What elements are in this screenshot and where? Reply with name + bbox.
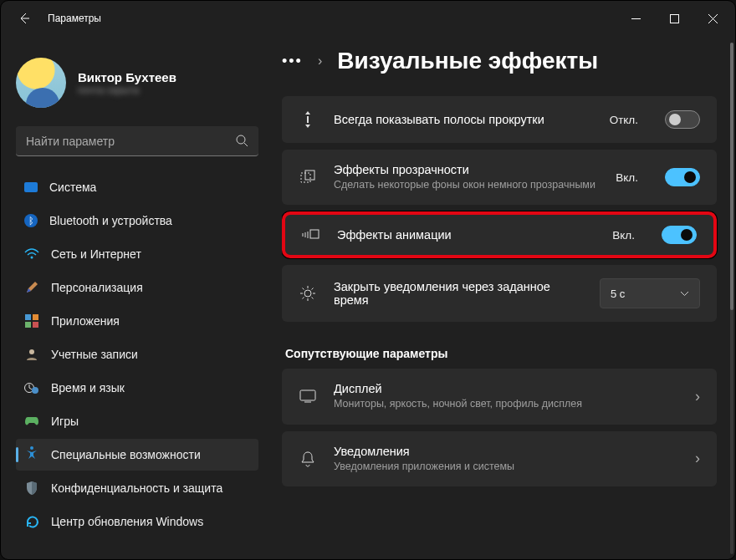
card-sub: Уведомления приложения и системы bbox=[334, 460, 678, 473]
svg-point-9 bbox=[32, 387, 38, 394]
card-sub: Мониторы, яркость, ночной свет, профиль … bbox=[334, 397, 678, 410]
breadcrumb: ••• › Визуальные эффекты bbox=[282, 48, 717, 74]
wifi-icon bbox=[24, 247, 39, 262]
related-heading: Сопутствующие параметры bbox=[285, 347, 717, 360]
card-display-link[interactable]: Дисплей Мониторы, яркость, ночной свет, … bbox=[282, 369, 717, 424]
nav-label: Bluetooth и устройства bbox=[49, 214, 172, 227]
svg-rect-6 bbox=[33, 322, 38, 328]
nav-label: Центр обновления Windows bbox=[51, 515, 203, 528]
search-box[interactable] bbox=[16, 126, 258, 156]
card-notifications-link[interactable]: Уведомления Уведомления приложения и сис… bbox=[282, 431, 717, 486]
settings-window: Параметры Виктор Бухтеев почта скрыта bbox=[0, 0, 736, 560]
card-title: Уведомления bbox=[334, 445, 678, 458]
nav-apps[interactable]: Приложения bbox=[16, 305, 258, 337]
titlebar: Параметры bbox=[1, 1, 735, 36]
minimize-button[interactable] bbox=[616, 5, 655, 32]
brush-icon bbox=[24, 280, 39, 295]
update-icon bbox=[24, 514, 39, 529]
main-content: ••• › Визуальные эффекты Всегда показыва… bbox=[282, 36, 735, 559]
card-title: Дисплей bbox=[334, 382, 678, 395]
svg-point-7 bbox=[29, 349, 34, 354]
nav-label: Время и язык bbox=[51, 381, 125, 395]
avatar bbox=[16, 58, 66, 108]
nav-privacy[interactable]: Конфиденциальность и защита bbox=[16, 472, 258, 504]
display-icon bbox=[299, 389, 317, 403]
nav-label: Игры bbox=[51, 415, 79, 428]
timeout-dropdown[interactable]: 5 с bbox=[600, 278, 700, 308]
page-title: Визуальные эффекты bbox=[337, 48, 598, 74]
svg-point-2 bbox=[31, 257, 33, 259]
toggle-state: Откл. bbox=[610, 114, 638, 126]
accessibility-icon bbox=[24, 445, 39, 461]
back-button[interactable] bbox=[13, 7, 36, 30]
person-icon bbox=[24, 347, 39, 362]
card-title: Всегда показывать полосы прокрутки bbox=[334, 113, 593, 126]
nav-update[interactable]: Центр обновления Windows bbox=[16, 506, 258, 537]
account-block[interactable]: Виктор Бухтеев почта скрыта bbox=[16, 58, 258, 108]
nav-label: Система bbox=[49, 181, 96, 194]
nav: Система ᛒ Bluetooth и устройства Сеть и … bbox=[16, 171, 258, 537]
chevron-right-icon: › bbox=[318, 53, 322, 69]
svg-rect-3 bbox=[25, 314, 31, 320]
nav-system[interactable]: Система bbox=[16, 171, 258, 203]
nav-bluetooth[interactable]: ᛒ Bluetooth и устройства bbox=[16, 205, 258, 237]
nav-label: Персонализация bbox=[51, 281, 143, 294]
search-input[interactable] bbox=[26, 135, 236, 148]
svg-rect-14 bbox=[310, 230, 319, 238]
svg-point-15 bbox=[304, 290, 311, 297]
svg-rect-0 bbox=[670, 14, 678, 23]
card-notifications-timeout: Закрыть уведомления через заданное время… bbox=[282, 265, 717, 322]
brightness-icon bbox=[299, 285, 317, 302]
scrollbar-vertical[interactable] bbox=[730, 43, 733, 554]
maximize-button[interactable] bbox=[655, 5, 693, 32]
svg-rect-5 bbox=[25, 322, 31, 328]
nav-label: Приложения bbox=[51, 314, 120, 328]
gamepad-icon bbox=[24, 414, 39, 429]
nav-network[interactable]: Сеть и Интернет bbox=[16, 238, 258, 270]
nav-personalization[interactable]: Персонализация bbox=[16, 272, 258, 303]
bluetooth-icon: ᛒ bbox=[24, 214, 38, 227]
nav-label: Сеть и Интернет bbox=[51, 247, 141, 261]
system-icon bbox=[24, 182, 38, 192]
chevron-down-icon bbox=[680, 291, 689, 297]
dropdown-value: 5 с bbox=[611, 288, 625, 300]
animation-toggle[interactable] bbox=[662, 226, 697, 244]
nav-label: Конфиденциальность и защита bbox=[51, 481, 222, 495]
card-scrollbars: Всегда показывать полосы прокрутки Откл. bbox=[282, 96, 717, 143]
account-name: Виктор Бухтеев bbox=[78, 70, 176, 84]
clock-globe-icon bbox=[24, 380, 39, 395]
nav-gaming[interactable]: Игры bbox=[16, 405, 258, 437]
svg-rect-4 bbox=[33, 314, 38, 320]
bell-icon bbox=[299, 451, 317, 467]
window-controls bbox=[616, 5, 732, 32]
toggle-state: Вкл. bbox=[616, 171, 638, 184]
sidebar: Виктор Бухтеев почта скрыта Система ᛒ Bl… bbox=[16, 36, 258, 559]
nav-accounts[interactable]: Учетные записи bbox=[16, 339, 258, 370]
nav-time[interactable]: Время и язык bbox=[16, 372, 258, 404]
apps-icon bbox=[24, 313, 39, 328]
svg-point-1 bbox=[237, 135, 245, 144]
svg-point-10 bbox=[30, 446, 33, 450]
transparency-icon bbox=[299, 170, 317, 185]
shield-icon bbox=[24, 481, 39, 496]
scrollbars-toggle[interactable] bbox=[665, 110, 700, 129]
transparency-toggle[interactable] bbox=[665, 168, 700, 186]
nav-label: Специальные возможности bbox=[51, 448, 201, 461]
card-transparency: Эффекты прозрачности Сделать некоторые ф… bbox=[282, 150, 717, 205]
window-title: Параметры bbox=[48, 13, 101, 24]
chevron-right-icon: › bbox=[695, 388, 700, 405]
account-email: почта скрыта bbox=[78, 84, 176, 96]
card-title: Эффекты анимации bbox=[337, 228, 595, 242]
card-title: Закрыть уведомления через заданное время bbox=[334, 280, 583, 307]
nav-label: Учетные записи bbox=[51, 348, 138, 361]
close-button[interactable] bbox=[693, 5, 732, 32]
animation-icon bbox=[302, 228, 320, 242]
svg-rect-16 bbox=[300, 390, 315, 400]
nav-accessibility[interactable]: Специальные возможности bbox=[16, 439, 258, 471]
search-icon bbox=[236, 135, 248, 147]
card-title: Эффекты прозрачности bbox=[334, 163, 599, 176]
scrollbar-icon bbox=[299, 110, 317, 129]
card-sub: Сделать некоторые фоны окон немного проз… bbox=[334, 178, 599, 191]
chevron-right-icon: › bbox=[695, 450, 700, 467]
breadcrumb-more[interactable]: ••• bbox=[282, 53, 303, 70]
